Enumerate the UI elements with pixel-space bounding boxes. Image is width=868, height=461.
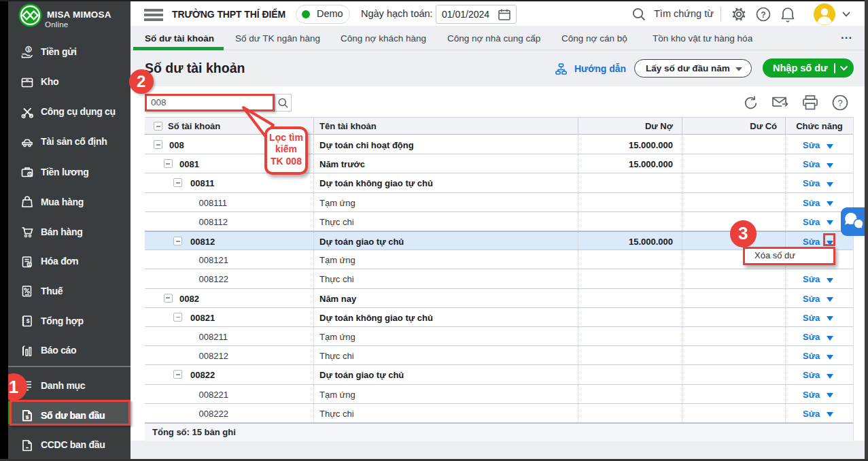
svg-text:$: $ (29, 262, 31, 267)
svg-text:?: ? (837, 98, 842, 108)
svg-text:$: $ (27, 47, 30, 52)
svg-text:$: $ (27, 318, 30, 324)
svg-text:?: ? (761, 10, 765, 20)
